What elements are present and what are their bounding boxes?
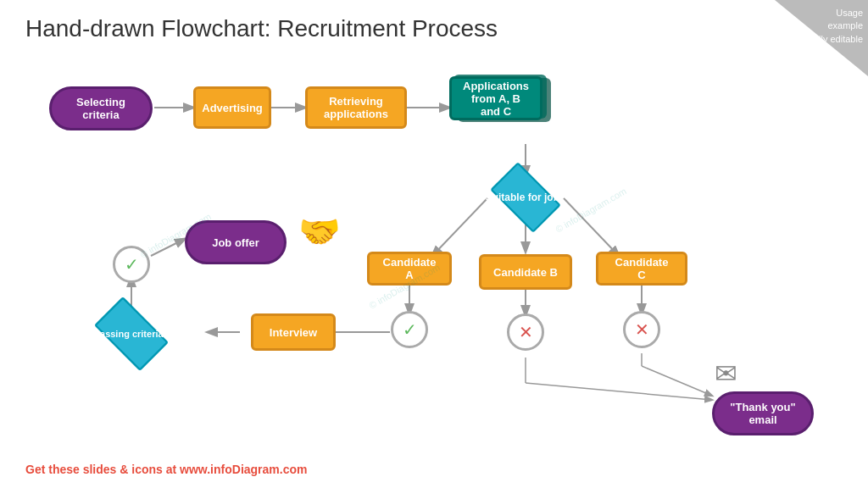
- x-circle-c: ✕: [623, 311, 660, 348]
- page-title: Hand-drawn Flowchart: Recruitment Proces…: [0, 0, 868, 42]
- applications-stack: Applications from A, B and C: [449, 76, 542, 120]
- people-handshake-figure: 🤝: [298, 212, 341, 252]
- svg-line-17: [526, 383, 712, 400]
- candidate-b-node: Candidate B: [479, 254, 572, 290]
- svg-line-5: [432, 198, 487, 256]
- svg-line-13: [151, 239, 185, 256]
- check-circle-job: ✓: [113, 246, 150, 283]
- footer: Get these slides & icons at www.infoDiag…: [25, 463, 307, 476]
- advertising-node: Advertising: [193, 86, 271, 129]
- suitable-diamond: Suitable for job?: [485, 171, 566, 224]
- candidate-a-node: Candidate A: [367, 252, 452, 286]
- selecting-criteria-node: Selecting criteria: [49, 86, 153, 130]
- retrieving-applications-node: Retrieving applications: [305, 86, 407, 129]
- svg-line-6: [564, 198, 619, 256]
- interview-node: Interview: [251, 313, 336, 351]
- x-circle-b: ✕: [507, 313, 544, 351]
- passing-criteria-diamond: Passing criteria?: [88, 307, 175, 361]
- envelope-icon: ✉: [715, 358, 737, 390]
- candidate-c-node: Candidate C: [596, 252, 687, 286]
- thank-you-email-node: "Thank you" email: [712, 391, 814, 435]
- check-circle-a: ✓: [391, 311, 428, 348]
- svg-line-15: [642, 366, 712, 396]
- job-offer-node: Job offer: [185, 220, 287, 264]
- flowchart-area: Selecting criteria Advertising Retrievin…: [0, 61, 868, 451]
